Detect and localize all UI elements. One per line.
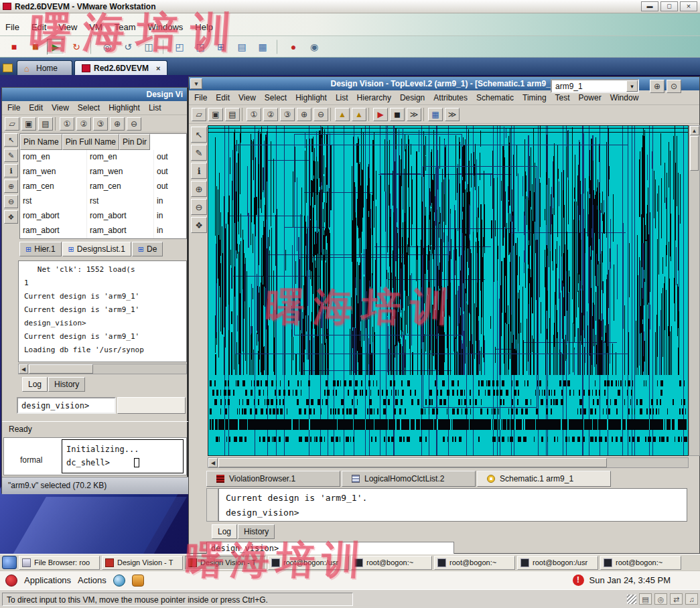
command-input[interactable]: design_vision>	[17, 397, 116, 414]
pan-tool-icon[interactable]: ❖	[191, 217, 207, 233]
select-tool-icon[interactable]: ↖	[191, 127, 207, 143]
document-tab[interactable]: ViolationBrowser.1	[206, 471, 340, 487]
cd-rom-icon[interactable]: ◎	[654, 593, 667, 605]
vm-tab[interactable]: Red2.6DVEVM	[74, 60, 167, 75]
design-selector[interactable]: arm9_1▾	[551, 79, 639, 93]
document-tab[interactable]: Schematic.1 arm9_1	[477, 471, 611, 487]
resize-grip-icon[interactable]	[627, 595, 636, 604]
zoom-out-icon[interactable]: ⊖	[127, 117, 141, 131]
scroll-left-icon[interactable]	[208, 458, 218, 467]
menu-item[interactable]: Test	[555, 93, 570, 102]
taskbar-window-button[interactable]: root@bogon:~	[434, 556, 515, 570]
table-row[interactable]: ram_cenram_cenout	[20, 179, 186, 194]
capture-icon[interactable]: ◉	[305, 39, 323, 55]
table-row[interactable]: ram_abortram_abortin	[20, 224, 186, 238]
menu-item[interactable]: File	[5, 22, 19, 32]
menu-item[interactable]: View	[58, 22, 77, 32]
vertical-scrollbar[interactable]	[689, 125, 700, 456]
power-on-icon[interactable]: ▶	[47, 39, 64, 55]
taskbar-window-button[interactable]: File Browser: roo	[19, 556, 100, 570]
log-tab[interactable]: Log	[22, 377, 48, 392]
revert-snapshot-icon[interactable]: ↺	[119, 39, 137, 55]
log-tab[interactable]: History	[48, 377, 85, 392]
pan-tool-icon[interactable]: ❖	[4, 210, 18, 224]
taskbar-window-button[interactable]: root@bogon:~	[600, 556, 681, 570]
alert-icon[interactable]	[573, 575, 584, 586]
taskbar-window-button[interactable]: root@bogon:~	[351, 556, 432, 570]
schematic-canvas[interactable]	[208, 126, 688, 455]
command-input-extension[interactable]	[117, 397, 186, 414]
scroll-left-icon[interactable]	[19, 364, 28, 374]
menu-item[interactable]: Windows	[148, 22, 184, 32]
menu-item[interactable]: Edit	[216, 93, 230, 102]
dc-shell-terminal[interactable]: Initializing...dc_shell>	[62, 439, 184, 473]
reset-icon[interactable]: ↻	[68, 39, 85, 55]
taskbar-window-button[interactable]: Design Vision - T	[102, 556, 183, 570]
log-tab[interactable]: Log	[212, 524, 237, 539]
power-off-icon[interactable]: ■	[5, 39, 23, 55]
print-icon[interactable]: ▤	[225, 108, 240, 121]
info-tool-icon[interactable]: ℹ	[4, 164, 18, 177]
redhat-menu-icon[interactable]	[5, 575, 17, 587]
zoom-select-icon[interactable]: ①	[247, 108, 261, 121]
menu-item[interactable]: Window	[610, 93, 639, 102]
select-tool-icon[interactable]: ↖	[4, 133, 18, 147]
network-adapter-icon[interactable]: ⇄	[670, 593, 683, 605]
hard-disk-icon[interactable]: ▤	[639, 593, 652, 605]
close-button[interactable]	[680, 1, 697, 11]
taskbar-window-button[interactable]: Design Vision - T	[185, 556, 266, 570]
toolbar-separator[interactable]	[368, 108, 371, 121]
menu-item[interactable]: File	[7, 103, 20, 112]
scroll-up-icon[interactable]	[690, 126, 699, 135]
minimize-button[interactable]	[641, 1, 658, 11]
menu-item[interactable]: VM	[89, 22, 102, 32]
highlight-net-icon[interactable]: ▶	[373, 108, 388, 121]
titlebar[interactable]: Red2.6DVEVM - VMware Workstation	[0, 0, 700, 13]
menu-item[interactable]: Schematic	[476, 93, 514, 102]
zoom-fit-icon[interactable]: ②	[76, 117, 91, 131]
menu-item[interactable]: View	[52, 103, 69, 112]
zoom-in-icon[interactable]: ⊕	[650, 80, 664, 93]
zoom-fit-icon[interactable]: ②	[263, 108, 278, 121]
zoom-100-icon[interactable]: ③	[280, 108, 295, 121]
menu-item[interactable]: Select	[265, 93, 287, 102]
scroll-thumb[interactable]	[690, 136, 699, 171]
menu-item[interactable]: Power	[579, 93, 602, 102]
schematic-view-icon[interactable]: ▦	[428, 108, 443, 121]
clock[interactable]: Sun Jan 24, 3:45 PM	[589, 575, 671, 585]
menu-item[interactable]: Timing	[522, 93, 547, 102]
log-tab[interactable]: History	[238, 524, 275, 539]
taskbar-window-button[interactable]: root@bogon:/usr	[268, 556, 349, 570]
toolbar-separator[interactable]	[277, 40, 279, 54]
unity-icon[interactable]: ⊞	[212, 39, 230, 55]
chevron-down-icon[interactable]: ▾	[626, 80, 638, 92]
clear-highlight-icon[interactable]: ◼	[390, 108, 405, 121]
print-icon[interactable]: ▤	[38, 117, 53, 131]
console-view-icon[interactable]: ▤	[233, 39, 251, 55]
info-tool-icon[interactable]: ℹ	[191, 163, 207, 179]
view-tab[interactable]: ⊞DesignsList.1	[62, 242, 131, 256]
email-launcher-icon[interactable]	[132, 575, 144, 587]
toolbar-separator[interactable]	[423, 108, 426, 121]
horizontal-scrollbar[interactable]	[18, 364, 187, 374]
tab-close-icon[interactable]	[156, 64, 160, 72]
view-tab[interactable]: ⊞Hier.1	[19, 242, 62, 256]
log-output[interactable]: Net 'clk': 1552 load(s1Current design is…	[18, 260, 187, 362]
menu-item[interactable]: Design	[400, 93, 425, 102]
view-tab[interactable]: ⊞De	[132, 242, 163, 256]
document-tab[interactable]: LogicalHomoClctList.2	[342, 471, 476, 487]
column-header[interactable]: Pin Full Name	[62, 134, 119, 150]
top-hierarchy-icon[interactable]: ▲	[352, 108, 366, 121]
menu-item[interactable]: Select	[78, 103, 100, 112]
sound-icon[interactable]: ♫	[685, 593, 698, 605]
menu-item[interactable]: Highlight	[109, 103, 140, 112]
taskbar-window-button[interactable]: root@bogon:/usr	[517, 556, 598, 570]
menu-item[interactable]: List	[149, 103, 161, 112]
draw-tool-icon[interactable]: ✎	[191, 145, 207, 161]
launcher-icon[interactable]	[2, 556, 17, 569]
quick-switch-icon[interactable]: ◳	[192, 39, 209, 55]
zoom-in-icon[interactable]: ⊕	[110, 117, 125, 131]
applications-menu[interactable]: Applications	[24, 575, 71, 585]
column-header[interactable]: Pin Dir	[119, 134, 150, 150]
menu-item[interactable]: Attributes	[433, 93, 468, 102]
